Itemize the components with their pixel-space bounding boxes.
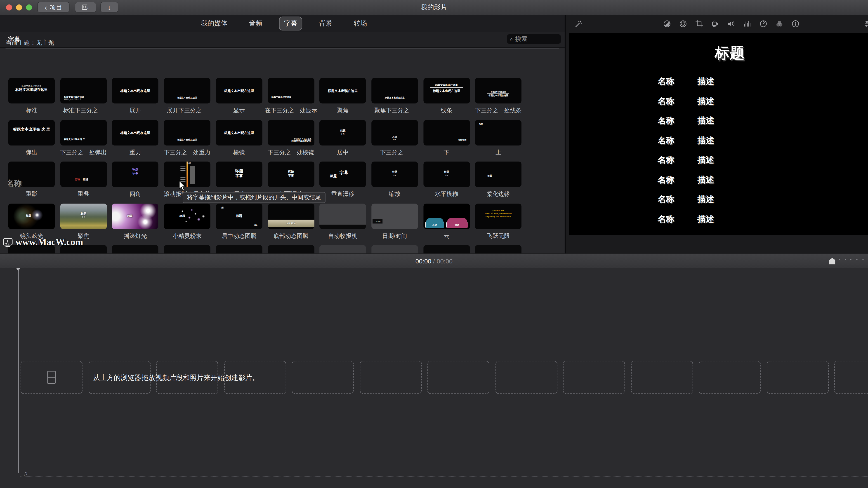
title-thumbnail[interactable]: 标题文本出现在 这 里 [60,120,107,145]
title-thumbnail[interactable]: 名称 描述 [268,203,314,229]
title-thumbnail[interactable]: 标题文本出现在这里 [216,120,262,145]
title-template-label: 重叠 [57,190,110,198]
title-thumbnail[interactable]: 标题字幕 [371,162,418,187]
title-thumbnail[interactable] [320,203,366,229]
title-thumbnail[interactable]: 名称 [475,120,522,145]
thumb-preview-text: 字幕 [268,174,314,177]
title-thumbnail[interactable]: LOREM IPSUMDolor sit amet, consectetuera… [475,203,522,229]
thumb-preview-text: 标题 [320,129,366,132]
stabilization-icon[interactable] [711,20,719,28]
title-thumbnail[interactable]: 标题 [164,203,211,229]
title-thumbnail[interactable]: 标题文本出现在这里标题文本出现在这里 [60,78,107,103]
title-thumbnail[interactable]: 标题文本出现在这里标题文本出现在这里 [8,78,55,103]
title-thumbnail[interactable]: 标题字幕 [268,162,314,187]
thumb-preview-text: Dolor sit amet, consectetuer [475,212,522,215]
title-thumbnail-partial[interactable] [112,245,159,254]
title-thumbnail[interactable]: 标题文本出现在这里 [216,78,262,103]
viewer-panel: 标题 名称描述名称描述名称描述名称描述名称描述名称描述名称描述名称描述 [565,15,868,254]
watermark-text: www.MacW.com [16,237,83,248]
title-thumbnail[interactable]: 标题文本出现在这里标题文本出现在这里 [475,78,522,103]
title-thumbnail[interactable]: 标题 [112,203,159,229]
viewer-settings-button[interactable] [864,20,868,30]
thumb-preview-text: 标题文本出现在这里 [216,130,262,135]
clip-placeholder[interactable] [428,361,489,394]
title-thumbnail[interactable]: 标题文本出现在这里标题文本出现在这里 [268,120,314,145]
clip-placeholder[interactable] [360,361,422,394]
noise-reduction-eq-icon[interactable] [743,20,751,28]
title-thumbnail-partial[interactable] [216,245,262,254]
timeline-area[interactable]: 从上方的浏览器拖放视频片段和照片来开始创建影片。 ♫ [0,268,868,488]
zoom-slider-knob[interactable] [829,258,835,264]
screen: ‹ 项目 ♪ ↓ 我的影片 我的媒体音频字幕背景转场 字幕 ⌕ 搜索 [0,0,868,488]
title-thumbnail[interactable]: 标题字幕 [423,162,470,187]
title-thumbnail[interactable]: 名称描述 [423,203,470,229]
title-thumbnail[interactable]: 标题 [8,203,55,229]
thumb-preview-text: 标题文本出现在这里 [112,89,159,94]
credit-name: 名称 [647,194,685,205]
title-thumbnail[interactable]: 标题字幕 [216,162,262,187]
title-thumbnail[interactable]: 标题文本出现在这里 [112,78,159,103]
title-thumbnail[interactable]: 标题文本出现在这里 [164,78,211,103]
crop-icon[interactable] [695,20,703,28]
title-thumbnail[interactable]: 名称描述 [371,120,418,145]
thumb-preview-text: 名称 [479,123,483,125]
thumb-preview-text: 上午11:40 [373,219,383,223]
enhance-button[interactable] [575,20,582,30]
clip-placeholder[interactable] [563,361,625,394]
effects-icon[interactable] [776,20,783,28]
info-icon[interactable] [792,20,799,28]
title-thumbnail[interactable]: 标题 [216,203,262,229]
thumb-preview-text: 描述 [446,219,467,228]
time-display: 00:00 / 00:00 [0,254,868,268]
title-thumbnail-partial[interactable] [371,245,418,254]
magic-wand-icon [575,20,582,28]
thumb-preview-text: 标题文本出现在这里 [8,85,55,88]
title-thumbnail-partial[interactable] [320,245,366,254]
title-thumbnail[interactable]: 标题字幕 [60,203,107,229]
clip-placeholder[interactable] [699,361,761,394]
thumb-preview-text: 标题文本出现在 这 里 [64,138,85,140]
title-thumbnail[interactable]: 标题文本出现在这里 [320,78,366,103]
mouse-cursor-icon [179,181,185,191]
title-thumbnail[interactable]: 标题字幕 [320,120,366,145]
preview-viewport[interactable]: 标题 名称描述名称描述名称描述名称描述名称描述名称描述名称描述名称描述 [569,33,868,235]
title-thumbnail[interactable]: 标题文本出现在 这 里 [8,120,55,145]
title-thumbnail-partial[interactable] [164,245,211,254]
title-thumbnail[interactable]: 标题文本出现在这里 [371,78,418,103]
title-thumbnail-partial[interactable] [423,245,470,254]
title-thumbnail[interactable]: 标题文本出现在这里标题文本出现在这里 [423,78,470,103]
sliders-icon [864,20,868,28]
title-thumbnail[interactable]: 名称 [8,162,55,187]
credit-name: 名称 [647,116,685,126]
title-thumbnail[interactable]: 标题 [475,162,522,187]
clip-placeholder[interactable] [767,361,829,394]
timeline-zoom-slider[interactable] [829,254,868,268]
volume-icon[interactable] [727,20,735,28]
macw-logo-icon [3,238,13,247]
thumb-preview-text: 字幕 [371,174,418,176]
clip-placeholder[interactable] [834,361,868,394]
title-thumbnail[interactable]: 上午11:40 [371,203,418,229]
color-correction-icon[interactable] [679,20,687,28]
preview-title-text: 标题 [657,43,802,63]
title-thumbnail[interactable]: 名称描述 [60,162,107,187]
adjust-toolbar-group [663,20,799,28]
clip-placeholder[interactable] [631,361,693,394]
clip-placeholder[interactable] [21,361,83,394]
title-template-label: 下三分之一处弹出 [57,149,110,156]
title-thumbnail-partial[interactable] [268,245,314,254]
title-thumbnail[interactable]: 标题字幕 [112,162,159,187]
title-thumbnail[interactable]: 标题字幕 [320,162,366,187]
thumb-preview-text: 标题 [423,170,470,173]
clip-placeholder[interactable] [495,361,557,394]
title-thumbnail[interactable]: 标题文本出现在这里 [268,78,314,103]
title-thumbnail[interactable]: 名称/描述 [423,120,470,145]
title-thumbnail[interactable]: 标题 [164,162,211,187]
clip-placeholder[interactable] [292,361,354,394]
title-thumbnail[interactable]: 标题文本出现在这里 [112,120,159,145]
color-balance-icon[interactable] [663,20,671,28]
title-thumbnail[interactable]: 标题文本出现在这里 [164,120,211,145]
speed-icon[interactable] [760,20,767,28]
thumb-preview-text: 标题 [330,174,337,179]
title-thumbnail-partial[interactable] [475,245,522,254]
